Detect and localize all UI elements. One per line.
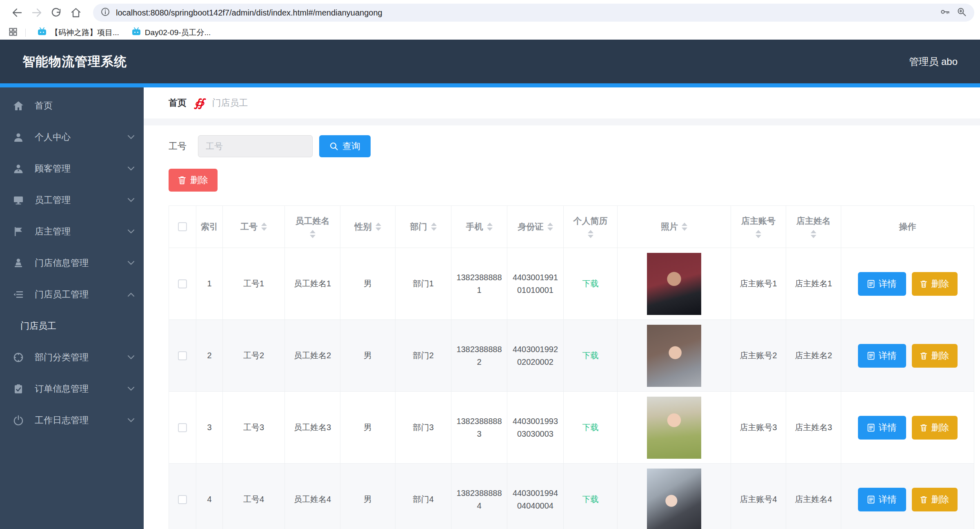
current-user[interactable]: 管理员 abo <box>909 55 958 68</box>
employee-photo[interactable] <box>647 469 701 529</box>
bilibili-tv-icon <box>37 27 47 38</box>
password-key-icon[interactable] <box>940 7 951 19</box>
bookmarks-bar: 【码神之路】项目... Day02-09-员工分... <box>0 25 980 40</box>
cell-index: 2 <box>196 320 223 392</box>
sort-carets-icon[interactable] <box>588 230 593 238</box>
sidebar-item-home[interactable]: 首页 <box>0 90 144 121</box>
table-row: 1 工号1 员工姓名1 男 部门1 13823888881 4403001991… <box>169 248 974 320</box>
trash-icon <box>178 176 186 185</box>
sidebar-item-order-mgmt[interactable]: 订单信息管理 <box>0 373 144 404</box>
document-icon <box>867 352 875 360</box>
employee-photo[interactable] <box>647 253 701 315</box>
resume-download-link[interactable]: 下载 <box>582 423 599 432</box>
row-delete-button[interactable]: 删除 <box>912 488 958 511</box>
cell-owner-account: 店主账号2 <box>731 320 786 392</box>
bulk-delete-button[interactable]: 删除 <box>169 169 218 192</box>
resume-download-link[interactable]: 下载 <box>582 495 599 504</box>
bulk-actions-row: 删除 <box>169 169 980 192</box>
employee-photo[interactable] <box>647 325 701 387</box>
detail-button[interactable]: 详情 <box>858 416 906 440</box>
column-header-name[interactable]: 员工姓名 <box>285 206 340 248</box>
detail-button[interactable]: 详情 <box>858 488 906 511</box>
column-header-resume[interactable]: 个人简历 <box>564 206 618 248</box>
home-icon <box>13 100 24 111</box>
query-button[interactable]: 查询 <box>319 135 371 157</box>
sort-carets-icon[interactable] <box>682 223 687 231</box>
row-delete-button[interactable]: 删除 <box>912 272 958 296</box>
row-checkbox[interactable] <box>178 279 187 288</box>
row-checkbox[interactable] <box>178 423 187 432</box>
url-text[interactable]: localhost:8080/springboot142f7/admin/dis… <box>116 8 382 18</box>
sort-carets-icon[interactable] <box>487 223 493 231</box>
query-button-label: 查询 <box>342 140 360 152</box>
back-icon[interactable] <box>9 4 25 21</box>
cell-dept: 部门4 <box>396 464 451 529</box>
home-toolbar-icon[interactable] <box>68 4 84 21</box>
forward-icon[interactable] <box>29 4 45 21</box>
detail-button[interactable]: 详情 <box>858 344 906 368</box>
cell-job-no: 工号4 <box>223 464 285 529</box>
bilibili-tv-icon <box>131 27 141 38</box>
sort-carets-icon[interactable] <box>547 223 553 231</box>
sort-carets-icon[interactable] <box>310 230 316 238</box>
site-info-icon[interactable] <box>100 7 110 18</box>
zoom-page-icon[interactable] <box>956 7 967 19</box>
employee-photo[interactable] <box>647 397 701 459</box>
resume-download-link[interactable]: 下载 <box>582 351 599 360</box>
select-all-checkbox[interactable] <box>178 222 187 231</box>
column-header-phone[interactable]: 手机 <box>451 206 507 248</box>
document-icon <box>867 496 875 504</box>
cell-phone: 13823888882 <box>451 320 507 392</box>
column-header-job-no[interactable]: 工号 <box>223 206 285 248</box>
sort-carets-icon[interactable] <box>261 223 267 231</box>
column-header-photo[interactable]: 照片 <box>618 206 731 248</box>
cell-idcard: 440300199303030003 <box>507 392 564 464</box>
sidebar-item-customer-mgmt[interactable]: 顾客管理 <box>0 153 144 184</box>
reload-icon[interactable] <box>48 4 64 21</box>
sort-carets-icon[interactable] <box>756 230 761 238</box>
row-checkbox[interactable] <box>178 495 187 504</box>
sort-carets-icon[interactable] <box>811 230 816 238</box>
chevron-down-icon <box>127 198 135 203</box>
search-field-label: 工号 <box>169 140 187 152</box>
sort-carets-icon[interactable] <box>431 223 437 231</box>
sidebar-subitem-store-employee[interactable]: 门店员工 <box>0 310 144 342</box>
sidebar-item-owner-mgmt[interactable]: 店主管理 <box>0 216 144 247</box>
bookmark-item[interactable]: Day02-09-员工分... <box>127 27 215 38</box>
sidebar-item-label: 门店员工管理 <box>35 288 127 301</box>
cell-name: 员工姓名3 <box>285 392 340 464</box>
sidebar-item-department-mgmt[interactable]: 部门分类管理 <box>0 342 144 373</box>
breadcrumb-separator-icon: ∯ <box>194 96 204 109</box>
browser-toolbar: localhost:8080/springboot142f7/admin/dis… <box>0 0 980 25</box>
detail-button[interactable]: 详情 <box>858 272 906 296</box>
cell-job-no: 工号2 <box>223 320 285 392</box>
cell-owner-name: 店主姓名4 <box>786 464 841 529</box>
row-delete-button[interactable]: 删除 <box>912 416 958 440</box>
column-header-dept[interactable]: 部门 <box>396 206 451 248</box>
column-header-gender[interactable]: 性别 <box>340 206 396 248</box>
sidebar-item-label: 订单信息管理 <box>35 383 127 395</box>
apps-grid-icon[interactable] <box>8 27 18 38</box>
column-header-owner-account[interactable]: 店主账号 <box>731 206 786 248</box>
cell-name: 员工姓名2 <box>285 320 340 392</box>
job-number-input[interactable] <box>198 135 313 157</box>
sidebar-item-worklog-mgmt[interactable]: 工作日志管理 <box>0 404 144 436</box>
resume-download-link[interactable]: 下载 <box>582 279 599 288</box>
breadcrumb-home[interactable]: 首页 <box>169 97 187 109</box>
sidebar-item-personal-center[interactable]: 个人中心 <box>0 121 144 153</box>
url-bar[interactable]: localhost:8080/springboot142f7/admin/dis… <box>93 4 974 22</box>
bookmark-item[interactable]: 【码神之路】项目... <box>33 27 123 38</box>
sidebar-item-employee-mgmt[interactable]: 员工管理 <box>0 184 144 216</box>
sort-carets-icon[interactable] <box>376 223 381 231</box>
store-info-icon <box>13 258 24 268</box>
row-checkbox[interactable] <box>178 351 187 360</box>
sidebar-item-label: 门店信息管理 <box>35 257 127 269</box>
cell-gender: 男 <box>340 320 396 392</box>
table-row: 4 工号4 员工姓名4 男 部门4 13823888884 4403001994… <box>169 464 974 529</box>
column-header-idcard[interactable]: 身份证 <box>507 206 564 248</box>
sidebar-item-store-info-mgmt[interactable]: 门店信息管理 <box>0 247 144 279</box>
sidebar-item-store-employee-mgmt[interactable]: 门店员工管理 <box>0 279 144 310</box>
chevron-up-icon <box>127 292 135 297</box>
row-delete-button[interactable]: 删除 <box>912 344 958 368</box>
column-header-owner-name[interactable]: 店主姓名 <box>786 206 841 248</box>
